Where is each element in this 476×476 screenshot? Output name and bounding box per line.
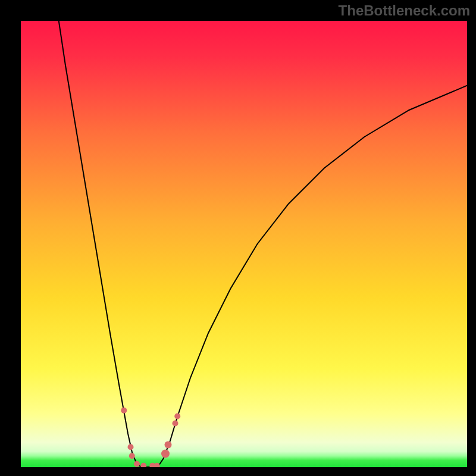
- watermark-text: TheBottleneck.com: [339, 2, 470, 19]
- data-marker: [129, 453, 135, 459]
- data-marker: [172, 420, 178, 426]
- chart-frame: TheBottleneck.com: [0, 0, 476, 476]
- data-marker: [127, 444, 133, 450]
- data-marker: [121, 408, 127, 414]
- data-marker: [140, 463, 146, 467]
- data-marker: [174, 413, 180, 419]
- bottleneck-curve: [21, 21, 467, 467]
- data-marker: [165, 441, 172, 449]
- data-marker: [134, 461, 140, 467]
- data-marker: [154, 463, 160, 467]
- data-marker: [161, 450, 170, 458]
